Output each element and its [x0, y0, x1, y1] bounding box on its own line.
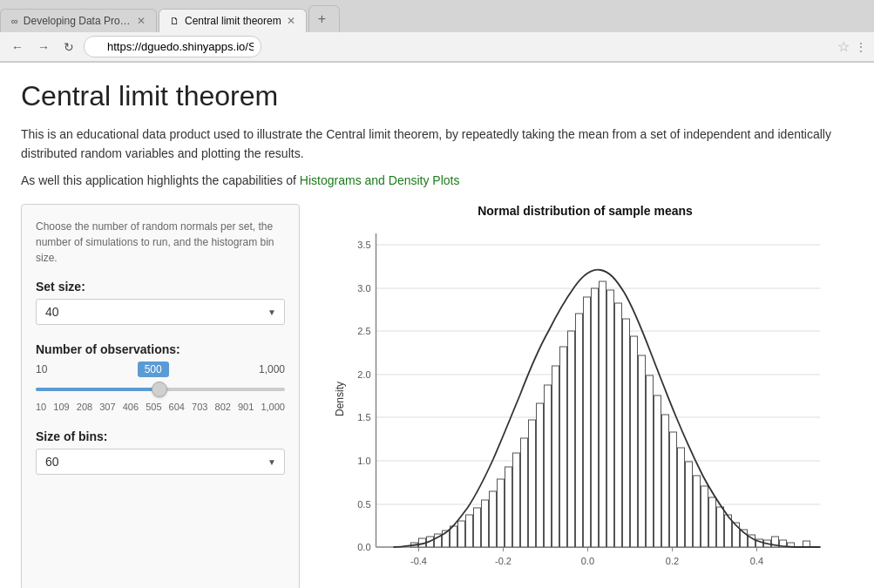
slider-row: 10 500 1,000 — [36, 362, 285, 377]
svg-rect-37 — [584, 297, 591, 547]
tick-802: 802 — [215, 402, 231, 412]
tick-109: 109 — [53, 402, 69, 412]
set-size-label: Set size: — [36, 280, 285, 294]
sidebar-panel: Choose the number of random normals per … — [21, 204, 300, 588]
svg-rect-25 — [490, 491, 497, 547]
svg-rect-20 — [451, 526, 457, 547]
tick-703: 703 — [192, 402, 207, 412]
x-tick-n04: -0.4 — [410, 556, 427, 566]
address-input[interactable] — [84, 36, 261, 57]
y-tick-0: 0.0 — [357, 542, 370, 552]
svg-rect-44 — [639, 355, 646, 547]
svg-rect-23 — [474, 508, 481, 547]
page-title: Central limit theorem — [21, 80, 853, 112]
svg-rect-36 — [576, 314, 583, 547]
svg-rect-21 — [458, 521, 465, 547]
bins-label: Size of bins: — [36, 429, 285, 443]
slider-thumb[interactable] — [152, 382, 167, 397]
set-size-group: Set size: 10 20 30 40 50 60 70 80 90 100 — [36, 280, 285, 325]
y-tick-15: 1.5 — [357, 412, 370, 422]
svg-rect-48 — [670, 432, 677, 547]
tab-central-limit-theorem[interactable]: 🗋 Central limit theorem ✕ — [159, 9, 307, 32]
slider-fill — [36, 388, 159, 391]
y-axis-label: Density — [334, 382, 346, 416]
set-size-select-wrapper: 10 20 30 40 50 60 70 80 90 100 ▼ — [36, 299, 285, 325]
svg-rect-24 — [482, 500, 489, 547]
chart-title: Normal distribution of sample means — [317, 204, 853, 218]
svg-rect-46 — [654, 395, 661, 547]
tick-901: 901 — [238, 402, 254, 412]
x-tick-0: 0.0 — [581, 556, 594, 566]
y-tick-1: 1.0 — [357, 456, 370, 466]
page-content: Central limit theorem This is an educati… — [0, 63, 874, 588]
svg-rect-32 — [545, 385, 552, 547]
svg-rect-34 — [560, 347, 567, 547]
main-layout: Choose the number of random normals per … — [21, 204, 853, 588]
svg-rect-33 — [552, 366, 559, 547]
slider-value-badge: 500 — [138, 362, 169, 377]
svg-rect-26 — [498, 479, 505, 547]
set-size-select[interactable]: 10 20 30 40 50 60 70 80 90 100 — [36, 299, 285, 325]
extensions-icon[interactable]: ⋮ — [855, 40, 867, 54]
svg-rect-38 — [592, 288, 599, 547]
tab-bar: ∞ Developing Data Products ✕ 🗋 Central l… — [0, 0, 874, 32]
reload-button[interactable]: ↻ — [59, 38, 78, 56]
tab2-close[interactable]: ✕ — [287, 15, 295, 27]
svg-rect-54 — [717, 507, 724, 547]
chart-wrapper: Density 0.0 0.5 1.0 1.5 2.0 2.5 — [317, 225, 853, 588]
histogram-bars — [411, 281, 810, 547]
y-tick-35: 3.5 — [357, 240, 370, 250]
x-tick-n02: -0.2 — [495, 556, 512, 566]
forward-button[interactable]: → — [33, 38, 54, 56]
back-button[interactable]: ← — [7, 38, 28, 56]
tick-10: 10 — [36, 402, 46, 412]
tab1-icon: ∞ — [11, 16, 18, 26]
svg-rect-53 — [709, 497, 716, 547]
y-tick-3: 3.0 — [357, 283, 370, 294]
tab2-label: Central limit theorem — [185, 15, 281, 27]
tick-406: 406 — [123, 402, 139, 412]
svg-rect-35 — [568, 331, 575, 547]
slider-min: 10 — [36, 363, 47, 375]
chart-area: Normal distribution of sample means Dens… — [317, 204, 853, 588]
tab1-close[interactable]: ✕ — [137, 15, 146, 27]
address-wrap: 🔒 — [84, 36, 832, 57]
new-tab-button[interactable]: + — [308, 5, 340, 32]
tab-developing-data-products[interactable]: ∞ Developing Data Products ✕ — [0, 9, 157, 32]
bins-group: Size of bins: 10 20 30 40 50 60 70 80 90… — [36, 429, 285, 475]
svg-rect-28 — [513, 453, 520, 547]
observations-label: Number of observations: — [36, 342, 285, 356]
new-tab-icon: + — [318, 11, 326, 27]
description-2-prefix: As well this application highlights the … — [21, 173, 300, 187]
bookmark-icon[interactable]: ☆ — [837, 38, 850, 55]
svg-rect-45 — [647, 375, 654, 547]
bins-select-wrapper: 10 20 30 40 50 60 70 80 90 100 ▼ — [36, 449, 285, 475]
svg-rect-29 — [521, 438, 528, 547]
tick-208: 208 — [77, 402, 92, 412]
bins-select[interactable]: 10 20 30 40 50 60 70 80 90 100 — [36, 449, 285, 475]
svg-rect-41 — [615, 303, 622, 547]
svg-rect-51 — [694, 476, 701, 547]
address-bar-row: ← → ↻ 🔒 ☆ ⋮ — [0, 32, 874, 62]
slider-container — [36, 381, 285, 398]
y-tick-2: 2.0 — [357, 369, 370, 380]
svg-rect-64 — [803, 541, 810, 547]
tab2-icon: 🗋 — [170, 16, 180, 26]
svg-rect-39 — [600, 281, 606, 547]
svg-rect-52 — [701, 486, 708, 547]
x-tick-02: 0.2 — [666, 556, 679, 566]
svg-rect-31 — [537, 403, 544, 547]
chart-svg: Density 0.0 0.5 1.0 1.5 2.0 2.5 — [317, 225, 853, 588]
observations-group: Number of observations: 10 500 1,000 10 … — [36, 342, 285, 412]
svg-rect-43 — [631, 336, 638, 547]
slider-ticks: 10 109 208 307 406 505 604 703 802 901 1… — [36, 402, 285, 412]
browser-chrome: ∞ Developing Data Products ✕ 🗋 Central l… — [0, 0, 874, 63]
svg-rect-27 — [505, 467, 512, 547]
tab1-label: Developing Data Products — [24, 15, 132, 27]
description-2: As well this application highlights the … — [21, 171, 853, 190]
x-tick-04: 0.4 — [750, 556, 763, 566]
tick-604: 604 — [169, 402, 185, 412]
description-1: This is an educational data product used… — [21, 125, 853, 164]
svg-rect-42 — [623, 319, 630, 547]
y-tick-25: 2.5 — [357, 326, 370, 336]
